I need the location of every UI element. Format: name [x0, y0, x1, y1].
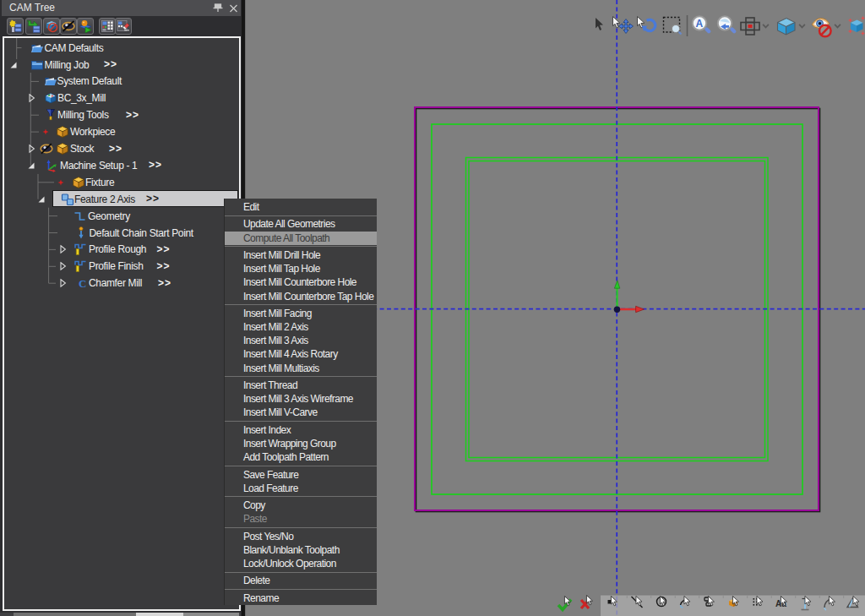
svg-text:A: A — [696, 18, 704, 30]
svg-text:C: C — [79, 277, 86, 289]
